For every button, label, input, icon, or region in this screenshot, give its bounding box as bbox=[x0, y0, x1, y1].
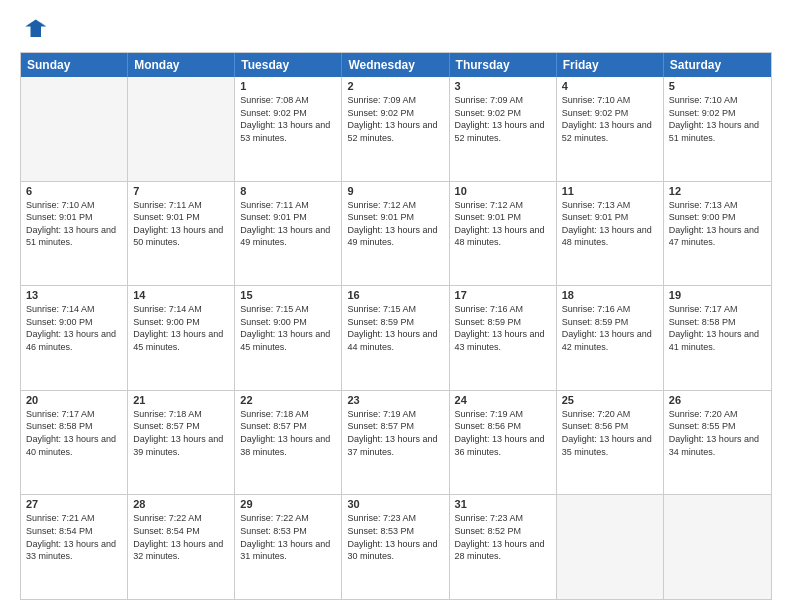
cell-info: Sunrise: 7:12 AM Sunset: 9:01 PM Dayligh… bbox=[455, 199, 551, 249]
cell-info: Sunrise: 7:10 AM Sunset: 9:02 PM Dayligh… bbox=[669, 94, 766, 144]
calendar-cell bbox=[128, 77, 235, 181]
calendar-cell: 20Sunrise: 7:17 AM Sunset: 8:58 PM Dayli… bbox=[21, 391, 128, 495]
cell-date: 20 bbox=[26, 394, 122, 406]
calendar-cell: 27Sunrise: 7:21 AM Sunset: 8:54 PM Dayli… bbox=[21, 495, 128, 599]
cell-date: 25 bbox=[562, 394, 658, 406]
cell-date: 26 bbox=[669, 394, 766, 406]
calendar-cell: 22Sunrise: 7:18 AM Sunset: 8:57 PM Dayli… bbox=[235, 391, 342, 495]
calendar-cell: 6Sunrise: 7:10 AM Sunset: 9:01 PM Daylig… bbox=[21, 182, 128, 286]
svg-marker-0 bbox=[25, 20, 46, 38]
cell-date: 29 bbox=[240, 498, 336, 510]
cell-date: 18 bbox=[562, 289, 658, 301]
cell-date: 21 bbox=[133, 394, 229, 406]
cell-info: Sunrise: 7:20 AM Sunset: 8:55 PM Dayligh… bbox=[669, 408, 766, 458]
page: SundayMondayTuesdayWednesdayThursdayFrid… bbox=[0, 0, 792, 612]
calendar-cell: 14Sunrise: 7:14 AM Sunset: 9:00 PM Dayli… bbox=[128, 286, 235, 390]
calendar-body: 1Sunrise: 7:08 AM Sunset: 9:02 PM Daylig… bbox=[21, 77, 771, 599]
cell-info: Sunrise: 7:15 AM Sunset: 9:00 PM Dayligh… bbox=[240, 303, 336, 353]
calendar-cell: 10Sunrise: 7:12 AM Sunset: 9:01 PM Dayli… bbox=[450, 182, 557, 286]
calendar-cell: 24Sunrise: 7:19 AM Sunset: 8:56 PM Dayli… bbox=[450, 391, 557, 495]
cell-info: Sunrise: 7:18 AM Sunset: 8:57 PM Dayligh… bbox=[133, 408, 229, 458]
cell-date: 11 bbox=[562, 185, 658, 197]
cell-info: Sunrise: 7:10 AM Sunset: 9:01 PM Dayligh… bbox=[26, 199, 122, 249]
cell-info: Sunrise: 7:22 AM Sunset: 8:54 PM Dayligh… bbox=[133, 512, 229, 562]
cell-info: Sunrise: 7:14 AM Sunset: 9:00 PM Dayligh… bbox=[133, 303, 229, 353]
cell-info: Sunrise: 7:23 AM Sunset: 8:52 PM Dayligh… bbox=[455, 512, 551, 562]
cell-date: 1 bbox=[240, 80, 336, 92]
calendar-cell: 3Sunrise: 7:09 AM Sunset: 9:02 PM Daylig… bbox=[450, 77, 557, 181]
calendar-cell: 29Sunrise: 7:22 AM Sunset: 8:53 PM Dayli… bbox=[235, 495, 342, 599]
cell-info: Sunrise: 7:09 AM Sunset: 9:02 PM Dayligh… bbox=[347, 94, 443, 144]
calendar-cell: 13Sunrise: 7:14 AM Sunset: 9:00 PM Dayli… bbox=[21, 286, 128, 390]
calendar-week-2: 6Sunrise: 7:10 AM Sunset: 9:01 PM Daylig… bbox=[21, 182, 771, 287]
cell-date: 30 bbox=[347, 498, 443, 510]
cell-date: 3 bbox=[455, 80, 551, 92]
cell-date: 4 bbox=[562, 80, 658, 92]
calendar-cell: 18Sunrise: 7:16 AM Sunset: 8:59 PM Dayli… bbox=[557, 286, 664, 390]
calendar-cell: 16Sunrise: 7:15 AM Sunset: 8:59 PM Dayli… bbox=[342, 286, 449, 390]
cell-info: Sunrise: 7:13 AM Sunset: 9:01 PM Dayligh… bbox=[562, 199, 658, 249]
cell-info: Sunrise: 7:17 AM Sunset: 8:58 PM Dayligh… bbox=[26, 408, 122, 458]
cell-info: Sunrise: 7:11 AM Sunset: 9:01 PM Dayligh… bbox=[240, 199, 336, 249]
cell-date: 31 bbox=[455, 498, 551, 510]
calendar-header: SundayMondayTuesdayWednesdayThursdayFrid… bbox=[21, 53, 771, 77]
cell-info: Sunrise: 7:19 AM Sunset: 8:56 PM Dayligh… bbox=[455, 408, 551, 458]
calendar-cell: 19Sunrise: 7:17 AM Sunset: 8:58 PM Dayli… bbox=[664, 286, 771, 390]
calendar-cell: 25Sunrise: 7:20 AM Sunset: 8:56 PM Dayli… bbox=[557, 391, 664, 495]
cell-date: 19 bbox=[669, 289, 766, 301]
cell-info: Sunrise: 7:15 AM Sunset: 8:59 PM Dayligh… bbox=[347, 303, 443, 353]
cell-info: Sunrise: 7:23 AM Sunset: 8:53 PM Dayligh… bbox=[347, 512, 443, 562]
calendar-cell bbox=[557, 495, 664, 599]
weekday-header-saturday: Saturday bbox=[664, 53, 771, 77]
calendar-cell: 15Sunrise: 7:15 AM Sunset: 9:00 PM Dayli… bbox=[235, 286, 342, 390]
cell-date: 7 bbox=[133, 185, 229, 197]
cell-info: Sunrise: 7:22 AM Sunset: 8:53 PM Dayligh… bbox=[240, 512, 336, 562]
logo-icon bbox=[20, 16, 48, 44]
calendar-cell: 1Sunrise: 7:08 AM Sunset: 9:02 PM Daylig… bbox=[235, 77, 342, 181]
calendar-cell: 4Sunrise: 7:10 AM Sunset: 9:02 PM Daylig… bbox=[557, 77, 664, 181]
cell-info: Sunrise: 7:10 AM Sunset: 9:02 PM Dayligh… bbox=[562, 94, 658, 144]
cell-date: 8 bbox=[240, 185, 336, 197]
calendar-cell: 9Sunrise: 7:12 AM Sunset: 9:01 PM Daylig… bbox=[342, 182, 449, 286]
weekday-header-tuesday: Tuesday bbox=[235, 53, 342, 77]
calendar-cell: 30Sunrise: 7:23 AM Sunset: 8:53 PM Dayli… bbox=[342, 495, 449, 599]
cell-date: 15 bbox=[240, 289, 336, 301]
weekday-header-thursday: Thursday bbox=[450, 53, 557, 77]
calendar-cell: 17Sunrise: 7:16 AM Sunset: 8:59 PM Dayli… bbox=[450, 286, 557, 390]
cell-date: 28 bbox=[133, 498, 229, 510]
calendar-cell: 26Sunrise: 7:20 AM Sunset: 8:55 PM Dayli… bbox=[664, 391, 771, 495]
cell-date: 23 bbox=[347, 394, 443, 406]
calendar-cell: 28Sunrise: 7:22 AM Sunset: 8:54 PM Dayli… bbox=[128, 495, 235, 599]
cell-info: Sunrise: 7:14 AM Sunset: 9:00 PM Dayligh… bbox=[26, 303, 122, 353]
cell-date: 5 bbox=[669, 80, 766, 92]
cell-date: 22 bbox=[240, 394, 336, 406]
cell-date: 16 bbox=[347, 289, 443, 301]
cell-info: Sunrise: 7:17 AM Sunset: 8:58 PM Dayligh… bbox=[669, 303, 766, 353]
cell-date: 12 bbox=[669, 185, 766, 197]
calendar-cell: 11Sunrise: 7:13 AM Sunset: 9:01 PM Dayli… bbox=[557, 182, 664, 286]
calendar-cell: 8Sunrise: 7:11 AM Sunset: 9:01 PM Daylig… bbox=[235, 182, 342, 286]
weekday-header-wednesday: Wednesday bbox=[342, 53, 449, 77]
cell-date: 9 bbox=[347, 185, 443, 197]
cell-date: 6 bbox=[26, 185, 122, 197]
calendar-cell: 12Sunrise: 7:13 AM Sunset: 9:00 PM Dayli… bbox=[664, 182, 771, 286]
calendar-week-3: 13Sunrise: 7:14 AM Sunset: 9:00 PM Dayli… bbox=[21, 286, 771, 391]
cell-info: Sunrise: 7:11 AM Sunset: 9:01 PM Dayligh… bbox=[133, 199, 229, 249]
cell-date: 14 bbox=[133, 289, 229, 301]
cell-info: Sunrise: 7:12 AM Sunset: 9:01 PM Dayligh… bbox=[347, 199, 443, 249]
calendar-cell: 7Sunrise: 7:11 AM Sunset: 9:01 PM Daylig… bbox=[128, 182, 235, 286]
cell-info: Sunrise: 7:19 AM Sunset: 8:57 PM Dayligh… bbox=[347, 408, 443, 458]
header bbox=[20, 16, 772, 44]
calendar-week-4: 20Sunrise: 7:17 AM Sunset: 8:58 PM Dayli… bbox=[21, 391, 771, 496]
cell-info: Sunrise: 7:09 AM Sunset: 9:02 PM Dayligh… bbox=[455, 94, 551, 144]
cell-date: 27 bbox=[26, 498, 122, 510]
calendar: SundayMondayTuesdayWednesdayThursdayFrid… bbox=[20, 52, 772, 600]
cell-info: Sunrise: 7:18 AM Sunset: 8:57 PM Dayligh… bbox=[240, 408, 336, 458]
cell-date: 10 bbox=[455, 185, 551, 197]
calendar-cell: 21Sunrise: 7:18 AM Sunset: 8:57 PM Dayli… bbox=[128, 391, 235, 495]
calendar-cell bbox=[21, 77, 128, 181]
cell-date: 24 bbox=[455, 394, 551, 406]
cell-info: Sunrise: 7:16 AM Sunset: 8:59 PM Dayligh… bbox=[562, 303, 658, 353]
cell-info: Sunrise: 7:16 AM Sunset: 8:59 PM Dayligh… bbox=[455, 303, 551, 353]
cell-info: Sunrise: 7:08 AM Sunset: 9:02 PM Dayligh… bbox=[240, 94, 336, 144]
